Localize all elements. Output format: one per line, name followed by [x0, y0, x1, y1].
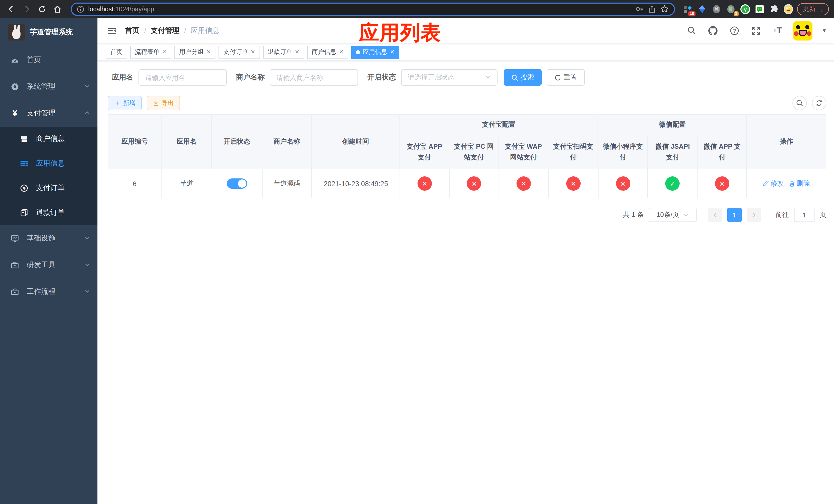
url-text[interactable]: localhost:1024/pay/app [88, 5, 154, 13]
sidebar-item-infra[interactable]: 基础设施 [0, 225, 97, 252]
close-icon[interactable]: ✕ [390, 49, 394, 55]
browser-forward-icon[interactable] [21, 3, 33, 15]
address-bar[interactable]: localhost:1024/pay/app [71, 2, 675, 16]
close-icon[interactable]: ✕ [162, 49, 167, 55]
prev-page-button[interactable] [708, 208, 722, 222]
breadcrumb-current: 应用信息 [191, 26, 220, 35]
search-icon [796, 99, 803, 107]
share-icon[interactable] [648, 5, 656, 13]
extensions-puzzle-icon[interactable] [768, 3, 780, 15]
sidebar: 芋道管理系统 首页 系统管理 ¥ 支付管理 [0, 18, 97, 504]
extension-y-icon[interactable]: y [740, 3, 751, 15]
chevron-down-icon [84, 288, 90, 296]
search-button[interactable]: 搜索 [504, 69, 542, 86]
sidebar-collapse-icon[interactable] [106, 24, 118, 37]
app-table: 应用编号 应用名 开启状态 商户名称 创建时间 支付宝配置 支付宝 APP 支付… [108, 114, 826, 199]
status-select[interactable]: 请选择开启状态 [401, 69, 498, 86]
browser-update-button[interactable]: 更新 ⋮ [797, 3, 829, 15]
cell-alipay-qr: ✕ [549, 169, 598, 199]
extension-recorder-icon[interactable]: 1 [725, 3, 737, 15]
browser-menu-kebab-icon[interactable]: ⋮ [819, 5, 825, 13]
close-icon[interactable]: ✕ [206, 49, 211, 55]
add-button[interactable]: ＋ 新增 [108, 96, 141, 110]
browser-reload-icon[interactable] [36, 3, 48, 15]
fail-x-icon: ✕ [616, 176, 630, 191]
sidebar-item-refund-order[interactable]: 退款订单 [0, 201, 97, 225]
breadcrumb-section[interactable]: 支付管理 [151, 26, 179, 35]
refresh-button[interactable] [812, 96, 826, 110]
delete-button[interactable]: 删除 [789, 179, 810, 188]
wechat-group: 微信配置 微信小程序支付 微信 JSAPI 支付 微信 APP 支付 [598, 115, 747, 169]
sidebar-item-label: 商户信息 [36, 134, 90, 143]
goto-label: 前往 [775, 210, 789, 220]
cell-actions: 修改 删除 [747, 169, 826, 199]
sidebar-item-pay-order[interactable]: ¥ 支付订单 [0, 176, 97, 201]
merchant-name-input[interactable] [270, 69, 358, 86]
sidebar-item-payment[interactable]: ¥ 支付管理 [0, 100, 97, 127]
tab-pay-order[interactable]: 支付订单✕ [219, 45, 260, 59]
sidebar-item-home[interactable]: 首页 [0, 47, 97, 73]
header-search-icon[interactable] [685, 24, 698, 37]
app-name-input[interactable] [138, 69, 227, 86]
filter-form: 应用名 商户名称 开启状态 请选择开启状态 搜索 重置 [108, 69, 826, 86]
sidebar-item-system[interactable]: 系统管理 [0, 73, 97, 100]
github-icon[interactable] [707, 24, 719, 37]
active-dot [356, 50, 360, 54]
browser-back-icon[interactable] [5, 3, 18, 15]
sidebar-item-label: 支付订单 [36, 184, 90, 193]
tab-merchant-info[interactable]: 商户信息✕ [307, 45, 348, 59]
next-page-button[interactable] [747, 208, 761, 222]
extension-chat-icon[interactable] [754, 3, 765, 15]
col-header-created: 创建时间 [312, 115, 400, 169]
browser-toolbar: localhost:1024/pay/app 10 ⌘ 1 y [0, 0, 834, 18]
grid-icon [20, 159, 29, 168]
edit-button[interactable]: 修改 [763, 179, 784, 188]
page-number-button[interactable]: 1 [727, 208, 742, 222]
page-size-select[interactable]: 10条/页 [649, 208, 697, 222]
chevron-down-icon [84, 234, 90, 243]
sidebar-item-dev-tools[interactable]: 研发工具 [0, 252, 97, 278]
gear-icon [10, 83, 20, 91]
extension-kite-icon[interactable] [697, 3, 708, 15]
close-icon[interactable]: ✕ [250, 49, 255, 55]
sidebar-item-workflow[interactable]: 工作流程 [0, 278, 97, 305]
col-header-wx-lite: 微信小程序支付 [598, 135, 648, 169]
browser-home-icon[interactable] [51, 3, 64, 15]
extension-tasks-icon[interactable]: 10 [682, 3, 694, 15]
sidebar-item-app-info[interactable]: 应用信息 [0, 151, 97, 176]
help-icon[interactable]: ? [728, 24, 741, 37]
close-icon[interactable]: ✕ [295, 49, 299, 55]
site-info-icon[interactable] [77, 5, 84, 13]
col-header-id: 应用编号 [108, 115, 161, 169]
cell-alipay-pc: ✕ [450, 169, 499, 199]
browser-profile-avatar[interactable] [783, 3, 794, 15]
breadcrumb-home[interactable]: 首页 [125, 26, 139, 35]
close-icon[interactable]: ✕ [339, 49, 344, 55]
plus-icon: ＋ [114, 98, 120, 108]
toggle-search-button[interactable] [792, 96, 807, 110]
chevron-down-icon [485, 74, 491, 81]
cell-id: 6 [108, 169, 161, 199]
tab-home[interactable]: 首页 [106, 45, 127, 59]
font-size-icon[interactable]: TT [771, 24, 784, 37]
extension-command-icon[interactable]: ⌘ [711, 3, 722, 15]
user-avatar[interactable] [793, 21, 812, 40]
avatar-caret-icon[interactable]: ▼ [822, 28, 827, 33]
tab-user-group[interactable]: 用户分组✕ [174, 45, 215, 59]
password-key-icon[interactable] [635, 5, 644, 13]
export-button[interactable]: 导出 [147, 96, 180, 110]
status-toggle[interactable] [227, 178, 247, 189]
sidebar-item-label: 工作流程 [27, 287, 77, 296]
goto-page-input[interactable] [794, 208, 814, 222]
tab-refund-order[interactable]: 退款订单✕ [263, 45, 304, 59]
table-toolbar: ＋ 新增 导出 [108, 96, 826, 110]
reset-button[interactable]: 重置 [547, 69, 585, 86]
sidebar-item-merchant-info[interactable]: 商户信息 [0, 127, 97, 151]
toolbox-icon [10, 288, 20, 296]
tab-app-info[interactable]: 应用信息✕ [351, 45, 399, 59]
app-logo[interactable]: 芋道管理系统 [0, 18, 97, 47]
bookmark-star-icon[interactable] [660, 5, 669, 13]
refresh-icon [554, 74, 561, 81]
tab-process-form[interactable]: 流程表单✕ [130, 45, 171, 59]
fullscreen-icon[interactable] [750, 24, 762, 37]
